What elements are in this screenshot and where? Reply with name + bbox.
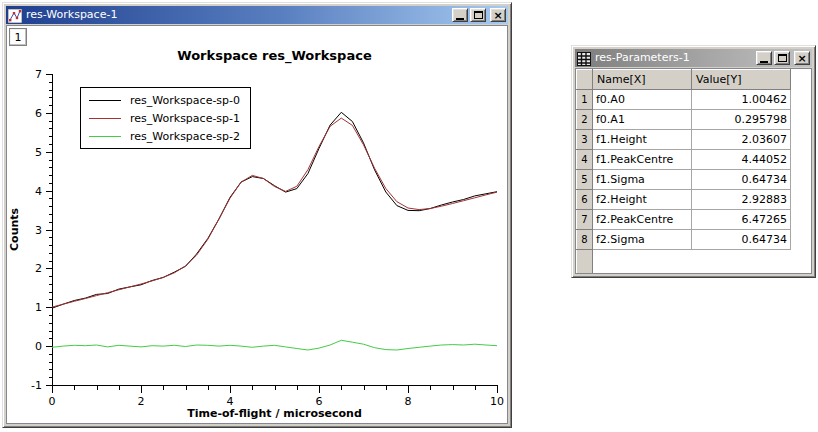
- cell-value[interactable]: 0.295798: [692, 110, 791, 130]
- filler-row: [577, 250, 791, 275]
- cell-name[interactable]: f0.A0: [593, 90, 692, 110]
- y-tick-label: 6: [35, 107, 42, 120]
- parameters-table: Name[X]Value[Y]1f0.A01.004622f0.A10.2957…: [576, 69, 791, 274]
- maximize-icon: [474, 11, 483, 19]
- row-header[interactable]: 2: [577, 110, 593, 130]
- legend-label: res_Workspace-sp-0: [130, 94, 240, 107]
- legend-item: res_Workspace-sp-0: [89, 91, 240, 109]
- y-tick-label: 0: [35, 340, 42, 353]
- row-header[interactable]: 4: [577, 150, 593, 170]
- parameters-window: res-Parameters-1 × Name[X]Value[Y]1f0.A0…: [571, 45, 816, 278]
- y-tick-label: 1: [35, 301, 42, 314]
- header-row: Name[X]Value[Y]: [577, 70, 791, 90]
- parameters-table-area: Name[X]Value[Y]1f0.A01.004622f0.A10.2957…: [575, 68, 812, 274]
- column-header-1[interactable]: Value[Y]: [692, 70, 791, 90]
- workspace-close-button[interactable]: ×: [490, 8, 506, 22]
- row-header-filler: [577, 250, 593, 275]
- table-row: 1f0.A01.00462: [577, 90, 791, 110]
- row-header[interactable]: 1: [577, 90, 593, 110]
- legend-label: res_Workspace-sp-2: [130, 130, 240, 143]
- workspace-window: res-Workspace-1 × 1 Workspace res_Worksp…: [2, 2, 512, 428]
- corner-header[interactable]: [577, 70, 593, 90]
- table-row: 6f2.Height2.92883: [577, 190, 791, 210]
- legend-item: res_Workspace-sp-2: [89, 127, 240, 145]
- close-icon: ×: [797, 53, 806, 64]
- minimize-icon: [760, 61, 768, 63]
- y-tick-label: -1: [31, 379, 42, 392]
- row-header[interactable]: 6: [577, 190, 593, 210]
- cell-name[interactable]: f0.A1: [593, 110, 692, 130]
- maximize-icon: [778, 54, 787, 62]
- plot-content: 1 Workspace res_Workspace Counts -101234…: [6, 25, 508, 424]
- cell-value[interactable]: 1.00462: [692, 90, 791, 110]
- cell-value[interactable]: 4.44052: [692, 150, 791, 170]
- cell-name[interactable]: f1.Height: [593, 130, 692, 150]
- parameters-window-controls: ×: [754, 51, 810, 65]
- legend-line-sample: [89, 118, 121, 119]
- close-icon: ×: [493, 10, 502, 21]
- x-axis-label: Time-of-flight / microsecond: [52, 407, 497, 420]
- table-row: 8f2.Sigma0.64734: [577, 230, 791, 250]
- y-tick-label: 4: [35, 185, 42, 198]
- plot-legend[interactable]: res_Workspace-sp-0res_Workspace-sp-1res_…: [80, 87, 251, 149]
- y-tick-label: 7: [35, 68, 42, 81]
- row-header[interactable]: 3: [577, 130, 593, 150]
- cell-name[interactable]: f2.Sigma: [593, 230, 692, 250]
- minimize-icon: [456, 18, 464, 20]
- cell-value[interactable]: 0.64734: [692, 230, 791, 250]
- parameters-window-title: res-Parameters-1: [591, 49, 754, 67]
- parameters-maximize-button[interactable]: [774, 51, 790, 65]
- desktop: { "chrome": { "close_glyph": "×" }, "wor…: [0, 0, 818, 432]
- workspace-minimize-button[interactable]: [452, 8, 468, 22]
- row-header[interactable]: 5: [577, 170, 593, 190]
- cell-value[interactable]: 6.47265: [692, 210, 791, 230]
- workspace-titlebar[interactable]: res-Workspace-1 ×: [6, 6, 508, 24]
- parameters-minimize-button[interactable]: [756, 51, 772, 65]
- cell-value[interactable]: 2.03607: [692, 130, 791, 150]
- parameters-titlebar[interactable]: res-Parameters-1 ×: [575, 49, 812, 67]
- table-empty-area: [593, 250, 791, 275]
- y-tick-label: 5: [35, 146, 42, 159]
- plot-canvas[interactable]: -1012345670246810: [7, 26, 507, 423]
- y-tick-label: 2: [35, 262, 42, 275]
- table-row: 3f1.Height2.03607: [577, 130, 791, 150]
- parameters-close-button[interactable]: ×: [794, 51, 810, 65]
- plot-window-icon[interactable]: [8, 8, 22, 22]
- cell-name[interactable]: f2.PeakCentre: [593, 210, 692, 230]
- row-header[interactable]: 7: [577, 210, 593, 230]
- cell-name[interactable]: f1.PeakCentre: [593, 150, 692, 170]
- workspace-maximize-button[interactable]: [470, 8, 486, 22]
- table-row: 2f0.A10.295798: [577, 110, 791, 130]
- legend-label: res_Workspace-sp-1: [130, 112, 240, 125]
- legend-line-sample: [89, 100, 121, 101]
- y-tick-label: 3: [35, 224, 42, 237]
- cell-value[interactable]: 2.92883: [692, 190, 791, 210]
- layer-button-1[interactable]: 1: [9, 28, 27, 46]
- legend-item: res_Workspace-sp-1: [89, 109, 240, 127]
- table-row: 4f1.PeakCentre4.44052: [577, 150, 791, 170]
- row-header[interactable]: 8: [577, 230, 593, 250]
- workspace-window-controls: ×: [450, 8, 506, 22]
- table-row: 7f2.PeakCentre6.47265: [577, 210, 791, 230]
- cell-name[interactable]: f2.Height: [593, 190, 692, 210]
- table-row: 5f1.Sigma0.64734: [577, 170, 791, 190]
- series-line-res_Workspace-sp-2: [52, 340, 497, 350]
- cell-value[interactable]: 0.64734: [692, 170, 791, 190]
- cell-name[interactable]: f1.Sigma: [593, 170, 692, 190]
- legend-line-sample: [89, 136, 121, 137]
- column-header-0[interactable]: Name[X]: [593, 70, 692, 90]
- table-window-icon[interactable]: [577, 51, 591, 65]
- workspace-window-title: res-Workspace-1: [22, 6, 450, 24]
